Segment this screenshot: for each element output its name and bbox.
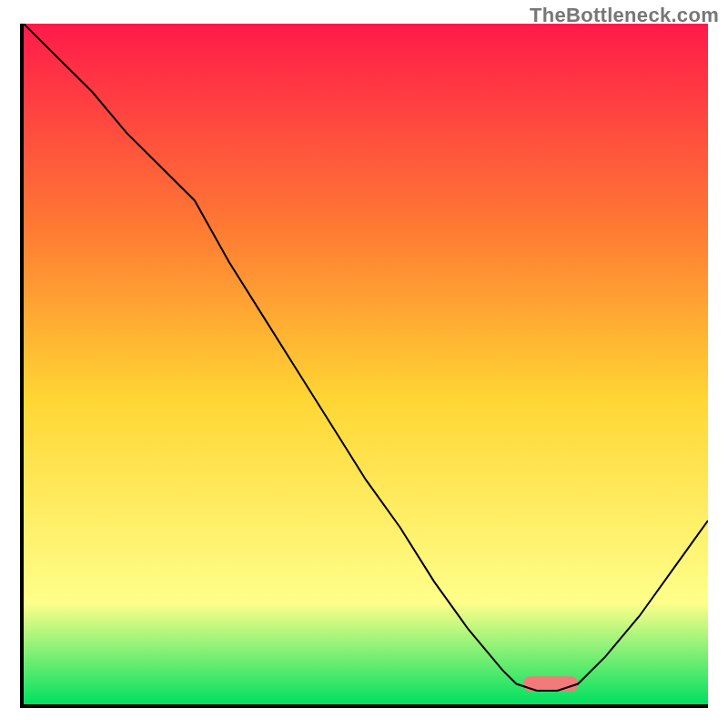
chart-container: TheBottleneck.com — [0, 0, 728, 728]
plot-area — [24, 24, 708, 704]
watermark-text: TheBottleneck.com — [530, 4, 719, 27]
gradient-background — [24, 24, 708, 704]
plot-svg — [24, 24, 708, 704]
plot-frame — [20, 24, 708, 708]
